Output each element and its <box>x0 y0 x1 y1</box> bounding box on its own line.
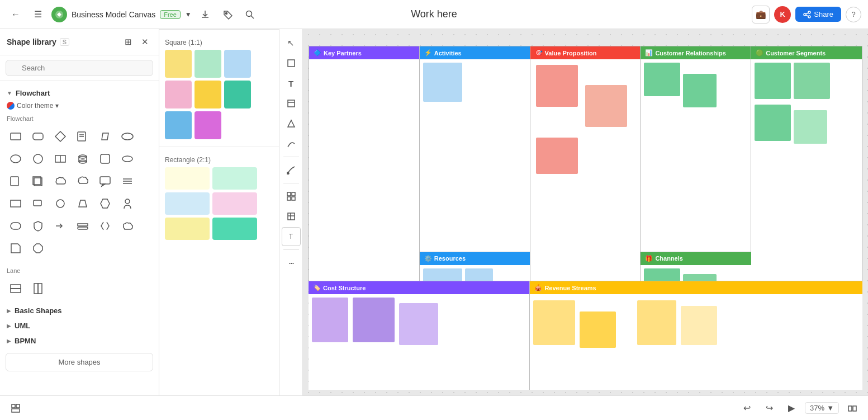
basic-shapes-arrow: ▶ <box>7 308 11 314</box>
shape-bracket[interactable] <box>95 216 115 236</box>
shape-page[interactable] <box>6 238 26 258</box>
shape-note[interactable] <box>6 171 26 191</box>
topbar-left: ← ☰ Business Model Canvas Free ▼ <box>7 6 747 23</box>
shape-ellipse-wide[interactable] <box>117 126 137 147</box>
diagram-insert-button[interactable] <box>7 399 25 417</box>
shape-stop[interactable] <box>95 194 115 214</box>
tool-separator-3 <box>283 249 299 250</box>
shape-db[interactable] <box>73 149 93 169</box>
swatch-rect-yellow-light[interactable] <box>165 167 210 190</box>
shape-rect2[interactable] <box>6 194 26 214</box>
color-theme-button[interactable]: Color theme ▾ <box>0 101 65 111</box>
shape-lines[interactable] <box>117 171 137 191</box>
swatch-rect-green-light[interactable] <box>212 167 257 190</box>
bmc-bottom-row: 🏷️ Cost Structure 🎪 Revenue Streams <box>309 281 862 390</box>
shape-lane-horiz[interactable] <box>6 279 26 299</box>
shape-actor[interactable] <box>117 194 137 214</box>
key-partners-header: 🔷 Key Partners <box>309 46 419 59</box>
search-button[interactable] <box>241 6 259 23</box>
tag-button[interactable] <box>219 6 236 23</box>
shape-trapez[interactable] <box>73 194 93 214</box>
svg-rect-40 <box>11 223 21 229</box>
swatch-blue-light[interactable] <box>224 50 251 78</box>
bpmn-section[interactable]: ▶ BPMN <box>0 333 159 348</box>
briefcase-button[interactable]: 💼 <box>752 6 770 23</box>
share-button[interactable]: Share <box>795 7 841 22</box>
lane-shapes: Lane <box>0 263 159 303</box>
shape-split-rect[interactable] <box>50 149 70 169</box>
back-button[interactable]: ← <box>7 6 25 23</box>
swatch-pink-light[interactable] <box>165 81 192 108</box>
swatch-yellow[interactable] <box>195 81 221 108</box>
help-button[interactable]: ? <box>846 7 861 22</box>
table-tool[interactable] <box>282 207 301 226</box>
svg-rect-29 <box>100 177 110 184</box>
shape-hexagon[interactable] <box>117 149 137 169</box>
shape-cloud2[interactable] <box>117 216 137 236</box>
shape-thought[interactable] <box>73 171 93 191</box>
shape-octagon[interactable] <box>28 238 48 258</box>
shape-tool[interactable] <box>282 114 301 133</box>
shape-lane-vert[interactable] <box>28 279 48 299</box>
shape-multi-doc[interactable] <box>28 171 48 191</box>
swatch-rect-teal[interactable] <box>212 218 257 240</box>
shape-rounded-rect[interactable] <box>28 126 48 147</box>
shape-oval[interactable] <box>6 149 26 169</box>
shape-callout[interactable] <box>95 171 115 191</box>
frame-tool[interactable] <box>282 54 301 73</box>
template-tool[interactable] <box>282 187 301 206</box>
shape-arrow[interactable] <box>50 216 70 236</box>
select-tool[interactable]: ↖ <box>282 34 301 53</box>
text-tool[interactable]: T <box>282 74 301 93</box>
uml-section[interactable]: ▶ UML <box>0 318 159 333</box>
swatch-rect-blue-light[interactable] <box>165 192 210 215</box>
shape-circle2[interactable] <box>50 194 70 214</box>
zoom-control[interactable]: 37% ▼ <box>805 402 839 414</box>
shape-diamond[interactable] <box>50 126 70 147</box>
more-shapes-button[interactable]: More shapes <box>6 353 153 371</box>
redo-button[interactable]: ↪ <box>760 399 778 417</box>
menu-button[interactable]: ☰ <box>29 6 47 23</box>
sidebar-close-btn[interactable]: ✕ <box>137 35 152 49</box>
zoom-chevron: ▼ <box>827 404 834 412</box>
svg-marker-11 <box>55 131 65 141</box>
canvas-area[interactable]: 🔷 Key Partners ⚡ Activities 🎯 <box>303 29 868 395</box>
shape-flag[interactable] <box>28 194 48 214</box>
search-box: 🔍 <box>0 55 159 81</box>
shape-rect[interactable] <box>6 126 26 147</box>
search-input[interactable] <box>6 60 153 76</box>
basic-shapes-section[interactable]: ▶ Basic Shapes <box>0 303 159 318</box>
swatch-yellow-light[interactable] <box>165 50 192 78</box>
title-chevron[interactable]: ▼ <box>185 11 192 18</box>
undo-button[interactable]: ↩ <box>738 399 756 417</box>
shape-tape[interactable] <box>6 216 26 236</box>
shape-equals[interactable] <box>73 216 93 236</box>
shape-doc[interactable] <box>73 126 93 147</box>
fit-view-button[interactable] <box>843 399 861 417</box>
line-tool[interactable] <box>282 134 301 153</box>
bottom-left <box>7 399 25 417</box>
sticky-tool[interactable] <box>282 94 301 113</box>
value-proposition-header: 🎯 Value Proposition <box>530 46 641 59</box>
more-tool[interactable]: ··· <box>282 253 301 272</box>
connector-tool[interactable] <box>282 161 301 180</box>
swatch-rect-pink-light[interactable] <box>212 192 257 215</box>
swatch-teal[interactable] <box>224 81 251 108</box>
swatch-blue[interactable] <box>165 111 192 139</box>
swatch-green-light[interactable] <box>195 50 221 78</box>
svg-marker-43 <box>11 244 20 253</box>
shape-shield[interactable] <box>28 216 48 236</box>
swatch-rect-yellow[interactable] <box>165 218 210 240</box>
play-button[interactable]: ▶ <box>782 399 800 417</box>
shape-rounded-sq[interactable] <box>95 149 115 169</box>
flowchart-section-header[interactable]: ▼ Flowchart <box>0 86 159 101</box>
tool-separator-2 <box>283 183 299 183</box>
sidebar-layout-btn[interactable]: ⊞ <box>121 35 135 49</box>
shape-circle[interactable] <box>28 149 48 169</box>
text2-tool[interactable]: T <box>282 227 301 246</box>
shape-parallelogram[interactable] <box>95 126 115 147</box>
swatch-purple[interactable] <box>195 111 221 139</box>
svg-marker-38 <box>101 199 110 208</box>
shape-cloud[interactable] <box>50 171 70 191</box>
export-button[interactable] <box>196 6 214 23</box>
